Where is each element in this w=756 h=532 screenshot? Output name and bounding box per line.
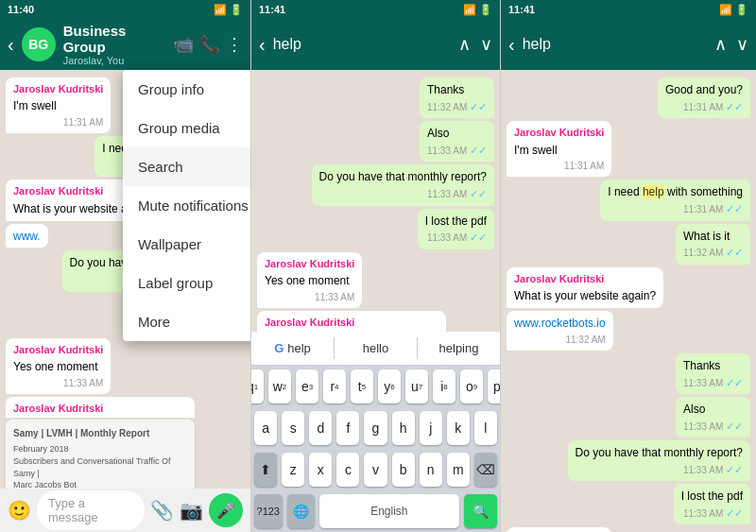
status-icons-mid: 📶 🔋: [463, 4, 492, 16]
key-w[interactable]: w2: [268, 369, 291, 403]
list-item: I lost the pdf 11:33 AM ✓✓: [418, 209, 494, 249]
key-d[interactable]: d: [309, 411, 332, 445]
key-backspace[interactable]: ⌫: [474, 453, 497, 487]
status-icons-left: 📶 🔋: [214, 4, 243, 16]
suggestion-1[interactable]: G help: [251, 337, 335, 359]
key-t[interactable]: t5: [351, 369, 373, 403]
time-mid: 11:41: [259, 4, 285, 15]
time-right: 11:41: [508, 4, 535, 15]
keyboard-row-1: q1 w2 e3 r4 t5 y6 u7 i8 o9 p0: [251, 366, 500, 407]
key-q[interactable]: q1: [250, 369, 264, 403]
suggestion-2[interactable]: hello: [335, 337, 418, 359]
time-left: 11:40: [8, 4, 34, 15]
menu-group-info[interactable]: Group info: [123, 70, 250, 109]
list-item: Jaroslav Kudritski Samy | LVMH | Monthly…: [257, 311, 446, 332]
search-input-right[interactable]: help: [523, 36, 707, 53]
key-globe[interactable]: 🌐: [287, 494, 316, 528]
list-item: Thanks 11:33 AM ✓✓: [676, 353, 750, 394]
list-item: Do you have that monthly report? 11:33 A…: [312, 164, 494, 205]
list-item: Do you have that monthly report? 11:33 A…: [568, 440, 750, 481]
list-item: I lost the pdf 11:33 AM ✓✓: [674, 484, 750, 524]
menu-search[interactable]: Search: [123, 147, 250, 186]
list-item: Jaroslav Kudritski What is your website …: [507, 267, 663, 308]
key-123[interactable]: ?123: [254, 494, 283, 528]
menu-label[interactable]: Label group: [123, 264, 250, 302]
key-l[interactable]: l: [474, 411, 497, 445]
key-x[interactable]: x: [309, 453, 332, 487]
key-n[interactable]: n: [420, 453, 442, 487]
suggestion-3[interactable]: helping: [418, 337, 500, 359]
key-r[interactable]: r4: [323, 369, 346, 403]
menu-mute[interactable]: Mute notifications: [123, 186, 250, 225]
list-item: Thanks 11:32 AM ✓✓: [420, 77, 494, 118]
search-header-right: ‹ help ∧ ∨: [501, 19, 756, 70]
key-g[interactable]: g: [364, 411, 387, 445]
list-item: What is it 11:32 AM ✓✓: [676, 224, 750, 265]
attach-icon-left[interactable]: 📎: [150, 499, 174, 522]
key-p[interactable]: p0: [488, 369, 501, 403]
messages-area-mid: Thanks 11:32 AM ✓✓ Also 11:33 AM ✓✓ Do y…: [251, 70, 500, 332]
pdf-card-left[interactable]: Samy | LVMH | Monthly Report February 20…: [6, 420, 195, 489]
status-icons-right: 📶 🔋: [719, 4, 748, 16]
key-v[interactable]: v: [364, 453, 387, 487]
status-bar-mid: 11:41 📶 🔋: [251, 0, 500, 19]
emoji-icon[interactable]: 🙂: [8, 499, 31, 522]
key-shift[interactable]: ⬆: [254, 453, 277, 487]
camera-icon-left[interactable]: 📷: [180, 499, 203, 522]
right-panel: 11:41 📶 🔋 ‹ help ∧ ∨ Good and you? 11:31…: [501, 0, 756, 532]
mid-panel: 11:41 📶 🔋 ‹ help ∧ ∨ Thanks 11:32 AM ✓✓ …: [250, 0, 501, 532]
key-e[interactable]: e3: [296, 369, 318, 403]
search-input-mid[interactable]: help: [273, 36, 451, 53]
left-panel: 11:40 📶 🔋 ‹ BG Business Group Jaroslav, …: [0, 0, 250, 532]
key-u[interactable]: u7: [405, 369, 428, 403]
list-item: Jaroslav Kudritski Samy | LVMH | Monthly…: [6, 397, 195, 489]
key-z[interactable]: z: [282, 453, 304, 487]
menu-icon[interactable]: ⋮: [226, 34, 243, 55]
key-o[interactable]: o9: [460, 369, 483, 403]
group-title-left: Business Group: [63, 23, 165, 55]
mic-button-left[interactable]: 🎤: [209, 493, 243, 527]
back-icon-right[interactable]: ‹: [508, 34, 515, 56]
list-item: Jaroslav Kudritski Yes one moment 11:33 …: [6, 338, 111, 394]
dropdown-menu: Group info Group media Search Mute notif…: [123, 70, 250, 341]
status-bar-right: 11:41 📶 🔋: [501, 0, 756, 19]
key-a[interactable]: a: [254, 411, 277, 445]
search-header-mid: ‹ help ∧ ∨: [251, 19, 500, 70]
key-c[interactable]: c: [336, 453, 359, 487]
list-item: www.rocketbots.io 11:32 AM: [507, 311, 613, 351]
keyboard-row-3: ⬆ z x c v b n m ⌫: [251, 449, 500, 490]
search-up-icon[interactable]: ∧: [458, 34, 471, 55]
messages-area-right: Good and you? 11:31 AM ✓✓ Jaroslav Kudri…: [501, 70, 756, 532]
key-f[interactable]: f: [336, 411, 359, 445]
call-icon[interactable]: 📞: [199, 34, 220, 55]
key-k[interactable]: k: [447, 411, 470, 445]
search-down-icon-right[interactable]: ∨: [736, 34, 748, 55]
key-y[interactable]: y6: [378, 369, 401, 403]
key-space[interactable]: English: [319, 494, 459, 528]
status-bar-left: 11:40 📶 🔋: [0, 0, 250, 19]
message-input-left[interactable]: Type a message: [37, 490, 145, 530]
key-m[interactable]: m: [447, 453, 470, 487]
menu-group-media[interactable]: Group media: [123, 109, 250, 147]
key-h[interactable]: h: [392, 411, 415, 445]
back-icon-left[interactable]: ‹: [8, 34, 14, 56]
search-up-icon-right[interactable]: ∧: [714, 34, 727, 55]
group-sub-left: Jaroslav, You: [63, 55, 165, 66]
keyboard-row-4: ?123 🌐 English 🔍: [251, 490, 500, 532]
key-i[interactable]: i8: [433, 369, 455, 403]
keyboard-suggestions: G help hello helping: [251, 332, 500, 366]
video-icon[interactable]: 📹: [173, 34, 194, 55]
key-search[interactable]: 🔍: [464, 494, 497, 528]
menu-wallpaper[interactable]: Wallpaper: [123, 225, 250, 264]
menu-more[interactable]: More ›: [123, 302, 250, 341]
keyboard-row-2: a s d f g h j k l: [251, 407, 500, 449]
search-nav-mid: ∧ ∨: [458, 34, 492, 55]
key-j[interactable]: j: [420, 411, 442, 445]
key-b[interactable]: b: [392, 453, 415, 487]
search-down-icon[interactable]: ∨: [480, 34, 492, 55]
list-item: Jaroslav Kudritski I'm swell 11:31 AM: [6, 77, 111, 133]
back-icon-mid[interactable]: ‹: [259, 34, 266, 56]
list-item: Jaroslav Kudritski I'm swell 11:31 AM: [507, 121, 611, 177]
header-icons-left[interactable]: 📹 📞 ⋮: [173, 34, 243, 55]
key-s[interactable]: s: [282, 411, 304, 445]
